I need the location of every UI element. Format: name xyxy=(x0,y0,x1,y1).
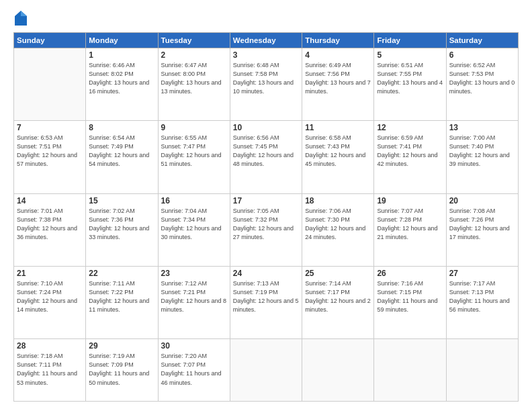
day-number: 14 xyxy=(17,196,83,205)
calendar-week-row: 14Sunrise: 7:01 AMSunset: 7:38 PMDayligh… xyxy=(14,193,519,266)
day-number: 10 xyxy=(233,123,299,132)
day-number: 6 xyxy=(449,50,515,60)
cell-details: Sunrise: 7:19 AMSunset: 7:09 PMDaylight:… xyxy=(89,352,154,387)
calendar-cell: 18Sunrise: 7:06 AMSunset: 7:30 PMDayligh… xyxy=(302,193,374,266)
day-number: 8 xyxy=(89,123,154,132)
cell-details: Sunrise: 7:01 AMSunset: 7:38 PMDaylight:… xyxy=(17,207,83,242)
calendar-cell: 27Sunrise: 7:17 AMSunset: 7:13 PMDayligh… xyxy=(446,267,518,339)
weekday-header-sunday: Sunday xyxy=(14,33,86,48)
calendar-cell xyxy=(446,339,518,402)
calendar-cell: 1Sunrise: 6:46 AMSunset: 8:02 PMDaylight… xyxy=(86,48,158,121)
weekday-header-friday: Friday xyxy=(374,33,446,48)
calendar-table: SundayMondayTuesdayWednesdayThursdayFrid… xyxy=(13,32,519,402)
day-number: 17 xyxy=(233,196,299,205)
day-number: 1 xyxy=(89,50,154,60)
cell-details: Sunrise: 6:58 AMSunset: 7:43 PMDaylight:… xyxy=(305,134,371,169)
calendar-cell: 22Sunrise: 7:11 AMSunset: 7:22 PMDayligh… xyxy=(86,267,158,339)
cell-details: Sunrise: 6:52 AMSunset: 7:53 PMDaylight:… xyxy=(449,61,515,96)
logo xyxy=(13,12,27,26)
weekday-header-tuesday: Tuesday xyxy=(158,33,230,48)
cell-details: Sunrise: 7:06 AMSunset: 7:30 PMDaylight:… xyxy=(305,207,371,242)
cell-details: Sunrise: 7:10 AMSunset: 7:24 PMDaylight:… xyxy=(17,279,83,314)
calendar-cell: 21Sunrise: 7:10 AMSunset: 7:24 PMDayligh… xyxy=(14,267,86,339)
svg-marker-1 xyxy=(21,11,27,16)
logo-icon xyxy=(15,11,27,26)
calendar-cell: 16Sunrise: 7:04 AMSunset: 7:34 PMDayligh… xyxy=(158,193,230,266)
day-number: 4 xyxy=(305,50,371,60)
cell-details: Sunrise: 6:51 AMSunset: 7:55 PMDaylight:… xyxy=(377,61,443,96)
day-number: 24 xyxy=(233,269,299,278)
cell-details: Sunrise: 6:56 AMSunset: 7:45 PMDaylight:… xyxy=(233,134,299,169)
calendar-cell xyxy=(14,48,86,121)
day-number: 20 xyxy=(449,196,515,205)
calendar-cell: 17Sunrise: 7:05 AMSunset: 7:32 PMDayligh… xyxy=(230,193,302,266)
calendar-cell: 12Sunrise: 6:59 AMSunset: 7:41 PMDayligh… xyxy=(374,121,446,193)
day-number: 26 xyxy=(377,269,443,278)
day-number: 15 xyxy=(89,196,154,205)
cell-details: Sunrise: 7:12 AMSunset: 7:21 PMDaylight:… xyxy=(161,279,227,314)
cell-details: Sunrise: 7:05 AMSunset: 7:32 PMDaylight:… xyxy=(233,207,299,242)
day-number: 12 xyxy=(377,123,443,132)
cell-details: Sunrise: 6:46 AMSunset: 8:02 PMDaylight:… xyxy=(89,61,154,96)
calendar-cell: 10Sunrise: 6:56 AMSunset: 7:45 PMDayligh… xyxy=(230,121,302,193)
calendar-cell: 9Sunrise: 6:55 AMSunset: 7:47 PMDaylight… xyxy=(158,121,230,193)
day-number: 2 xyxy=(161,50,227,60)
calendar-cell: 3Sunrise: 6:48 AMSunset: 7:58 PMDaylight… xyxy=(230,48,302,121)
cell-details: Sunrise: 7:13 AMSunset: 7:19 PMDaylight:… xyxy=(233,279,299,314)
day-number: 16 xyxy=(161,196,227,205)
calendar-week-row: 1Sunrise: 6:46 AMSunset: 8:02 PMDaylight… xyxy=(14,48,519,121)
calendar-cell xyxy=(230,339,302,402)
cell-details: Sunrise: 6:59 AMSunset: 7:41 PMDaylight:… xyxy=(377,134,443,169)
calendar-cell: 30Sunrise: 7:20 AMSunset: 7:07 PMDayligh… xyxy=(158,339,230,402)
calendar-cell: 24Sunrise: 7:13 AMSunset: 7:19 PMDayligh… xyxy=(230,267,302,339)
cell-details: Sunrise: 6:47 AMSunset: 8:00 PMDaylight:… xyxy=(161,61,227,96)
calendar-cell: 25Sunrise: 7:14 AMSunset: 7:17 PMDayligh… xyxy=(302,267,374,339)
calendar-cell: 5Sunrise: 6:51 AMSunset: 7:55 PMDaylight… xyxy=(374,48,446,121)
weekday-header-monday: Monday xyxy=(86,33,158,48)
cell-details: Sunrise: 7:16 AMSunset: 7:15 PMDaylight:… xyxy=(377,279,443,314)
cell-details: Sunrise: 6:55 AMSunset: 7:47 PMDaylight:… xyxy=(161,134,227,169)
calendar-cell: 13Sunrise: 7:00 AMSunset: 7:40 PMDayligh… xyxy=(446,121,518,193)
cell-details: Sunrise: 6:48 AMSunset: 7:58 PMDaylight:… xyxy=(233,61,299,96)
calendar-cell: 19Sunrise: 7:07 AMSunset: 7:28 PMDayligh… xyxy=(374,193,446,266)
calendar-cell: 29Sunrise: 7:19 AMSunset: 7:09 PMDayligh… xyxy=(86,339,158,402)
day-number: 11 xyxy=(305,123,371,132)
day-number: 19 xyxy=(377,196,443,205)
calendar-cell: 15Sunrise: 7:02 AMSunset: 7:36 PMDayligh… xyxy=(86,193,158,266)
day-number: 21 xyxy=(17,269,83,278)
day-number: 22 xyxy=(89,269,154,278)
calendar-cell: 11Sunrise: 6:58 AMSunset: 7:43 PMDayligh… xyxy=(302,121,374,193)
cell-details: Sunrise: 6:53 AMSunset: 7:51 PMDaylight:… xyxy=(17,134,83,169)
day-number: 25 xyxy=(305,269,371,278)
cell-details: Sunrise: 6:49 AMSunset: 7:56 PMDaylight:… xyxy=(305,61,371,96)
cell-details: Sunrise: 7:07 AMSunset: 7:28 PMDaylight:… xyxy=(377,207,443,242)
cell-details: Sunrise: 7:14 AMSunset: 7:17 PMDaylight:… xyxy=(305,279,371,314)
weekday-header-wednesday: Wednesday xyxy=(230,33,302,48)
day-number: 28 xyxy=(17,341,83,351)
calendar-cell: 23Sunrise: 7:12 AMSunset: 7:21 PMDayligh… xyxy=(158,267,230,339)
day-number: 9 xyxy=(161,123,227,132)
day-number: 29 xyxy=(89,341,154,351)
cell-details: Sunrise: 7:08 AMSunset: 7:26 PMDaylight:… xyxy=(449,207,515,242)
day-number: 23 xyxy=(161,269,227,278)
calendar-cell: 28Sunrise: 7:18 AMSunset: 7:11 PMDayligh… xyxy=(14,339,86,402)
calendar-cell xyxy=(374,339,446,402)
day-number: 3 xyxy=(233,50,299,60)
day-number: 7 xyxy=(17,123,83,132)
weekday-header-saturday: Saturday xyxy=(446,33,518,48)
calendar-week-row: 7Sunrise: 6:53 AMSunset: 7:51 PMDaylight… xyxy=(14,121,519,193)
header xyxy=(13,12,519,26)
cell-details: Sunrise: 6:54 AMSunset: 7:49 PMDaylight:… xyxy=(89,134,154,169)
calendar-cell: 6Sunrise: 6:52 AMSunset: 7:53 PMDaylight… xyxy=(446,48,518,121)
cell-details: Sunrise: 7:11 AMSunset: 7:22 PMDaylight:… xyxy=(89,279,154,314)
calendar-week-row: 21Sunrise: 7:10 AMSunset: 7:24 PMDayligh… xyxy=(14,267,519,339)
day-number: 13 xyxy=(449,123,515,132)
calendar-cell xyxy=(302,339,374,402)
cell-details: Sunrise: 7:17 AMSunset: 7:13 PMDaylight:… xyxy=(449,279,515,314)
day-number: 5 xyxy=(377,50,443,60)
cell-details: Sunrise: 7:02 AMSunset: 7:36 PMDaylight:… xyxy=(89,207,154,242)
cell-details: Sunrise: 7:00 AMSunset: 7:40 PMDaylight:… xyxy=(449,134,515,169)
calendar-cell: 14Sunrise: 7:01 AMSunset: 7:38 PMDayligh… xyxy=(14,193,86,266)
day-number: 18 xyxy=(305,196,371,205)
cell-details: Sunrise: 7:20 AMSunset: 7:07 PMDaylight:… xyxy=(161,352,227,387)
